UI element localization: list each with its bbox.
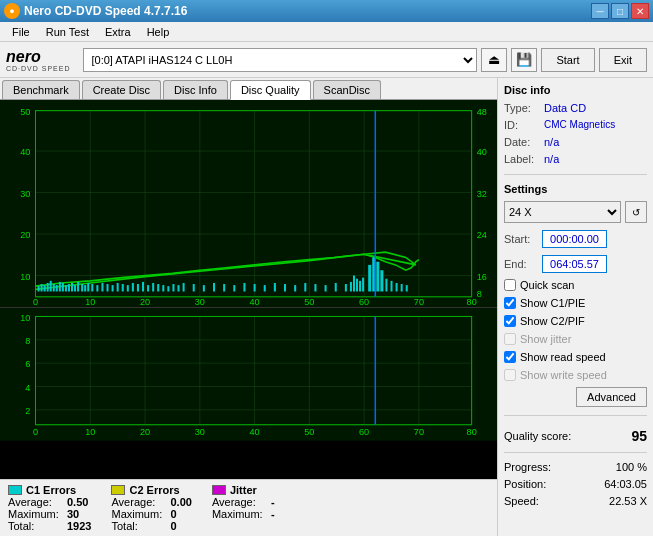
speed-row-progress: Speed: 22.53 X: [504, 495, 647, 507]
legend-area: C1 Errors Average: 0.50 Maximum: 30 Tota…: [0, 479, 497, 536]
svg-rect-46: [65, 285, 67, 291]
minimize-button[interactable]: ─: [591, 3, 609, 19]
disc-info-title: Disc info: [504, 84, 647, 96]
svg-rect-65: [147, 285, 149, 291]
position-row: Position: 64:03.05: [504, 478, 647, 490]
menu-run-test[interactable]: Run Test: [38, 24, 97, 40]
svg-text:4: 4: [25, 383, 30, 393]
svg-rect-81: [274, 283, 276, 292]
svg-rect-67: [157, 284, 159, 291]
svg-rect-79: [254, 284, 256, 291]
svg-text:50: 50: [304, 297, 314, 307]
legend-c2-max-value: 0: [170, 508, 176, 520]
svg-rect-101: [401, 284, 403, 291]
show-read-speed-row: Show read speed: [504, 351, 647, 363]
show-c2-row: Show C2/PIF: [504, 315, 647, 327]
exit-button[interactable]: Exit: [599, 48, 647, 72]
svg-rect-88: [345, 284, 347, 291]
svg-text:6: 6: [25, 360, 30, 370]
svg-rect-51: [81, 284, 83, 291]
eject-button[interactable]: ⏏: [481, 48, 507, 72]
app-icon: ●: [4, 3, 20, 19]
legend-c1-total-value: 1923: [67, 520, 91, 532]
svg-text:0: 0: [33, 428, 38, 438]
progress-label: Progress:: [504, 461, 551, 473]
quick-scan-checkbox[interactable]: [504, 279, 516, 291]
disc-date-row: Date: n/a: [504, 136, 647, 148]
tab-disc-info[interactable]: Disc Info: [163, 80, 228, 99]
legend-c1-avg-row: Average: 0.50: [8, 496, 91, 508]
svg-text:70: 70: [414, 297, 424, 307]
show-read-speed-checkbox[interactable]: [504, 351, 516, 363]
maximize-button[interactable]: □: [611, 3, 629, 19]
end-time-row: End:: [504, 255, 647, 273]
svg-rect-37: [38, 286, 40, 291]
legend-c1-avg-value: 0.50: [67, 496, 88, 508]
refresh-button[interactable]: ↺: [625, 201, 647, 223]
svg-text:10: 10: [20, 313, 30, 323]
svg-rect-64: [142, 282, 144, 292]
disc-id-row: ID: CMC Magnetics: [504, 119, 647, 131]
legend-c2-color: [111, 485, 125, 495]
show-c1-checkbox[interactable]: [504, 297, 516, 309]
svg-rect-57: [107, 284, 109, 291]
settings-title: Settings: [504, 183, 647, 195]
legend-c2-total-value: 0: [170, 520, 176, 532]
svg-text:50: 50: [20, 107, 30, 117]
advanced-button[interactable]: Advanced: [576, 387, 647, 407]
svg-rect-61: [127, 285, 129, 291]
svg-rect-74: [203, 285, 205, 291]
disc-type-value: Data CD: [544, 102, 586, 114]
svg-rect-98: [385, 279, 387, 292]
tab-scan-disc[interactable]: ScanDisc: [313, 80, 381, 99]
svg-text:20: 20: [140, 428, 150, 438]
show-jitter-checkbox[interactable]: [504, 333, 516, 345]
title-controls: ─ □ ✕: [591, 3, 649, 19]
disc-label-value: n/a: [544, 153, 559, 165]
show-write-speed-label: Show write speed: [520, 369, 607, 381]
disc-date-value: n/a: [544, 136, 559, 148]
start-time-input[interactable]: [542, 230, 607, 248]
svg-rect-50: [77, 282, 79, 292]
legend-c2-label: C2 Errors: [129, 484, 179, 496]
svg-text:30: 30: [195, 297, 205, 307]
tab-disc-quality[interactable]: Disc Quality: [230, 80, 311, 100]
tabs: Benchmark Create Disc Disc Info Disc Qua…: [0, 78, 497, 100]
svg-text:48: 48: [477, 107, 487, 117]
menu-extra[interactable]: Extra: [97, 24, 139, 40]
quality-score-row: Quality score: 95: [504, 428, 647, 444]
svg-text:70: 70: [414, 428, 424, 438]
svg-rect-40: [47, 283, 49, 292]
quick-scan-label: Quick scan: [520, 279, 574, 291]
tab-create-disc[interactable]: Create Disc: [82, 80, 161, 99]
bottom-chart: 10 8 6 4 2 0 10 20 30 40 50 60 70 80: [0, 308, 497, 441]
menu-help[interactable]: Help: [139, 24, 178, 40]
start-button[interactable]: Start: [541, 48, 594, 72]
close-button[interactable]: ✕: [631, 3, 649, 19]
svg-rect-55: [96, 285, 98, 291]
show-c2-checkbox[interactable]: [504, 315, 516, 327]
svg-text:60: 60: [359, 297, 369, 307]
menu-file[interactable]: File: [4, 24, 38, 40]
show-write-speed-checkbox[interactable]: [504, 369, 516, 381]
bottom-chart-svg: 10 8 6 4 2 0 10 20 30 40 50 60 70 80: [0, 308, 497, 441]
drive-select[interactable]: [0:0] ATAPI iHAS124 C LL0H: [83, 48, 478, 72]
toolbar: nero CD·DVD SPEED [0:0] ATAPI iHAS124 C …: [0, 42, 653, 78]
legend-c2-avg-value: 0.00: [170, 496, 191, 508]
save-button[interactable]: 💾: [511, 48, 537, 72]
end-time-input[interactable]: [542, 255, 607, 273]
tab-benchmark[interactable]: Benchmark: [2, 80, 80, 99]
show-c1-row: Show C1/PIE: [504, 297, 647, 309]
speed-select[interactable]: 24 X 8 X 16 X 32 X Max: [504, 201, 621, 223]
svg-text:30: 30: [20, 189, 30, 199]
legend-jitter-max-label: Maximum:: [212, 508, 267, 520]
show-jitter-row: Show jitter: [504, 333, 647, 345]
svg-rect-77: [233, 285, 235, 291]
progress-value: 100 %: [616, 461, 647, 473]
legend-c1-label: C1 Errors: [26, 484, 76, 496]
legend-c2-avg-row: Average: 0.00: [111, 496, 191, 508]
legend-c1-total-label: Total:: [8, 520, 63, 532]
speed-label: Speed:: [504, 495, 539, 507]
svg-text:40: 40: [20, 147, 30, 157]
title-bar-left: ● Nero CD-DVD Speed 4.7.7.16: [4, 3, 187, 19]
